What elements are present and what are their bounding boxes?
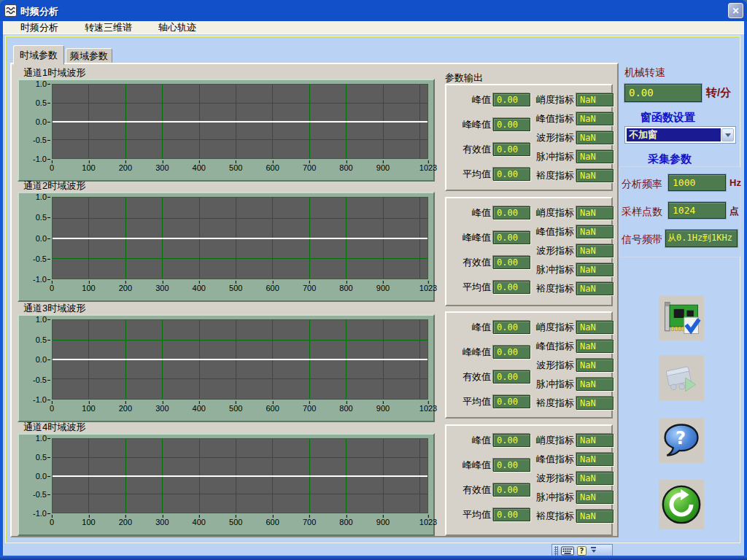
param-block-ch4: 峰值0.00峰峰值0.00有效值0.00平均值0.00 峭度指标NaN峰值指标N…: [445, 424, 613, 536]
param-row: 峰峰值0.00: [452, 118, 534, 131]
param-row: 峰值0.00: [452, 434, 534, 447]
param-label: 波形指标: [534, 131, 574, 144]
machine-speed-label: 机械转速: [624, 66, 665, 79]
tick-label: 400: [193, 404, 206, 413]
tick-label: 500: [229, 404, 242, 413]
param-block-ch1: 峰值0.00峰峰值0.00有效值0.00平均值0.00 峭度指标NaN峰值指标N…: [445, 84, 613, 191]
menu-item-speed-3d-spectrum[interactable]: 转速三维谱: [85, 21, 132, 34]
window-function-selected: 不加窗: [627, 128, 721, 141]
tick-label: 500: [229, 284, 242, 292]
app-window: 时频分析 ✕ 时频分析 转速三维谱 轴心轨迹 时域参数 频域参数 通道1时域波形…: [0, 0, 747, 560]
language-bar-controls[interactable]: [591, 547, 596, 555]
waveform-chart-ch1: 1.00.50.0-0.5-1.0 0100200300400500600700…: [18, 79, 435, 182]
x-axis-ch3: 01002003004005006007008009001023: [52, 402, 428, 412]
param-label: 峰值: [452, 93, 491, 106]
menu-bar: 时频分析 转速三维谱 轴心轨迹: [3, 21, 744, 34]
dropdown-button[interactable]: [721, 128, 734, 141]
window-function-dropdown[interactable]: 不加窗: [624, 126, 736, 144]
tick-label: -1.0: [33, 275, 47, 284]
drag-handle[interactable]: [554, 546, 558, 556]
param-label: 峰值: [452, 206, 491, 219]
tick-label: 1023: [419, 404, 437, 413]
param-value: NaN: [576, 225, 614, 238]
param-value: NaN: [576, 321, 614, 334]
tick-label: -0.5: [33, 376, 47, 384]
param-label: 峰峰值: [452, 231, 491, 244]
x-axis-ch1: 01002003004005006007008009001023: [52, 161, 428, 171]
param-label: 有效值: [452, 483, 491, 497]
tick-label: 900: [376, 518, 390, 526]
tick-label: 1023: [419, 518, 437, 526]
tick-label: 700: [303, 518, 316, 526]
param-row: 平均值0.00: [452, 508, 534, 521]
param-label: 峭度指标: [534, 93, 574, 106]
param-value: 0.00: [493, 281, 530, 294]
tick-label: 600: [266, 404, 279, 413]
param-value: 0.00: [493, 370, 530, 384]
sample-points-label: 采样点数: [622, 206, 662, 219]
param-label: 平均值: [452, 508, 491, 521]
param-label: 峰值指标: [534, 225, 574, 238]
param-row: 波形指标NaN: [534, 244, 613, 257]
param-block-ch3: 峰值0.00峰峰值0.00有效值0.00平均值0.00 峭度指标NaN峰值指标N…: [445, 311, 613, 419]
chart-title-ch4: 通道4时域波形: [23, 421, 85, 434]
tick-label: -0.5: [33, 254, 47, 263]
tick-label: 600: [266, 163, 279, 172]
param-label: 平均值: [452, 395, 491, 408]
y-axis-ch3: 1.00.50.0-0.5-1.0: [19, 319, 49, 400]
tick-label: -1.0: [33, 395, 47, 404]
param-label: 峰值指标: [534, 112, 574, 125]
tab-time-domain[interactable]: 时域参数: [13, 45, 64, 65]
help-button[interactable]: ?: [659, 418, 704, 463]
param-col-right-ch3: 峭度指标NaN峰值指标NaN波形指标NaN脉冲指标NaN裕度指标NaN: [534, 321, 613, 416]
param-row: 波形指标NaN: [534, 359, 613, 372]
param-value: NaN: [576, 434, 614, 447]
param-label: 裕度指标: [534, 282, 574, 295]
param-label: 波形指标: [534, 472, 574, 485]
waveform-chart-ch3: 1.00.50.0-0.5-1.0 0100200300400500600700…: [18, 314, 435, 422]
tick-label: 1023: [419, 284, 437, 292]
tab-frequency-domain[interactable]: 频域参数: [66, 48, 112, 64]
param-row: 裕度指标NaN: [534, 510, 613, 523]
y-axis-ch2: 1.00.50.0-0.5-1.0: [19, 197, 49, 279]
param-row: 峰峰值0.00: [452, 346, 534, 359]
param-value: 0.00: [493, 434, 530, 447]
y-axis-ch1: 1.00.50.0-0.5-1.0: [19, 84, 49, 159]
close-button[interactable]: ✕: [728, 3, 743, 18]
lang-help-icon[interactable]: ?: [577, 546, 587, 556]
daq-card-check-button[interactable]: [659, 295, 704, 341]
param-value: NaN: [576, 131, 614, 144]
options-arrow-icon[interactable]: [592, 550, 596, 555]
param-label: 裕度指标: [534, 510, 574, 523]
param-col-left-ch4: 峰值0.00峰峰值0.00有效值0.00平均值0.00: [452, 434, 534, 533]
param-value: 0.00: [493, 483, 530, 497]
param-row: 峰值指标NaN: [534, 225, 613, 238]
keyboard-icon[interactable]: [561, 546, 574, 556]
param-row: 波形指标NaN: [534, 472, 613, 485]
chip-run-disabled-button[interactable]: [659, 355, 704, 400]
chart-title-ch3: 通道3时域波形: [23, 302, 85, 315]
param-row: 峭度指标NaN: [534, 93, 613, 106]
tick-label: 100: [82, 284, 95, 292]
param-value: 0.00: [493, 395, 530, 408]
param-label: 有效值: [452, 143, 491, 156]
waveform-chart-ch2: 1.00.50.0-0.5-1.0 0100200300400500600700…: [18, 192, 435, 302]
menu-item-time-frequency[interactable]: 时频分析: [20, 21, 58, 34]
chip-run-disabled-icon: [660, 357, 703, 399]
param-row: 有效值0.00: [452, 370, 534, 384]
menu-item-axis-orbit[interactable]: 轴心轨迹: [158, 21, 196, 34]
param-row: 峭度指标NaN: [534, 321, 613, 334]
tick-label: 600: [266, 518, 279, 526]
tick-label: 400: [193, 284, 206, 292]
tick-label: 900: [376, 404, 390, 413]
param-value: 0.00: [493, 346, 530, 359]
reset-button[interactable]: [659, 480, 704, 529]
daq-card-check-icon: [660, 297, 703, 339]
minimize-icon[interactable]: [591, 547, 596, 548]
param-value: 0.00: [493, 143, 530, 156]
param-col-right-ch4: 峭度指标NaN峰值指标NaN波形指标NaN脉冲指标NaN裕度指标NaN: [534, 434, 613, 529]
param-row: 脉冲指标NaN: [534, 378, 613, 391]
param-label: 平均值: [452, 168, 491, 181]
param-label: 峰峰值: [452, 346, 491, 359]
tick-label: 0: [50, 404, 54, 413]
